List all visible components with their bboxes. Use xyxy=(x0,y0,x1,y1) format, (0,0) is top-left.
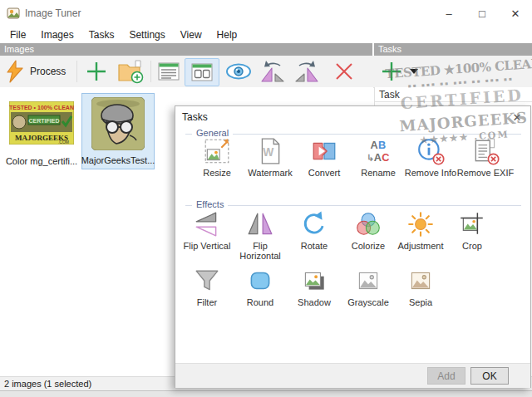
certified-banner-thumbnail: TESTED • 100% CLEAN CERTIFIED MAJORGEEKS… xyxy=(9,101,74,145)
crop-icon xyxy=(458,210,486,238)
svg-text:B: B xyxy=(378,139,386,151)
task-item-adjustment[interactable]: Adjustment xyxy=(394,210,447,251)
maximize-button[interactable]: □ xyxy=(466,0,499,27)
thumbnail-label: MajorGeeksTest... xyxy=(81,155,155,165)
task-item-crop[interactable]: Crop xyxy=(446,210,499,251)
images-panel-header: Images xyxy=(0,43,372,56)
remove-image-button[interactable] xyxy=(329,58,359,85)
menu-help[interactable]: Help xyxy=(209,27,245,42)
round-corners-icon xyxy=(246,267,274,295)
add-folder-button[interactable] xyxy=(115,58,146,85)
menu-view[interactable]: View xyxy=(173,27,209,42)
task-item-round[interactable]: Round xyxy=(234,267,287,307)
svg-text:.COM: .COM xyxy=(58,140,69,145)
close-button[interactable]: ✕ xyxy=(499,0,532,27)
details-view-button[interactable] xyxy=(155,58,183,85)
ok-button[interactable]: OK xyxy=(470,367,509,385)
plus-icon xyxy=(380,60,403,83)
task-item-remove-exif[interactable]: Remove EXIF xyxy=(459,137,512,178)
thumbnail-view-button[interactable] xyxy=(185,58,219,86)
majorgeeks-mascot-thumbnail xyxy=(91,97,145,150)
task-item-colorize[interactable]: Colorize xyxy=(342,210,395,251)
convert-icon xyxy=(310,137,338,165)
main-toolbar: Process xyxy=(0,56,532,88)
rename-icon: AB↳AC xyxy=(364,137,392,165)
remove-exif-icon xyxy=(471,137,500,165)
svg-text:A: A xyxy=(374,151,382,164)
dialog-close-button[interactable]: ✕ xyxy=(510,110,525,125)
thumbnail-label: Color mg_certifi... xyxy=(6,156,77,166)
add-task-button[interactable] xyxy=(377,58,406,85)
lightning-icon xyxy=(5,60,25,83)
title-bar: Image Tuner – □ ✕ xyxy=(0,0,532,27)
grayscale-icon xyxy=(354,267,382,295)
process-button-label: Process xyxy=(30,66,66,77)
window-bottom-edge xyxy=(0,390,532,397)
toolbar-separator xyxy=(76,61,77,82)
flip-horizontal-icon xyxy=(246,210,274,238)
svg-text:CERTIFIED: CERTIFIED xyxy=(29,118,60,124)
task-item-grayscale[interactable]: Grayscale xyxy=(342,267,395,307)
image-thumbnail-1[interactable]: TESTED • 100% CLEAN CERTIFIED MAJORGEEKS… xyxy=(5,93,78,169)
svg-text:W: W xyxy=(263,145,274,159)
menu-tasks[interactable]: Tasks xyxy=(81,27,122,42)
watermark-icon: W xyxy=(256,137,284,165)
flip-vertical-icon xyxy=(193,210,221,238)
menu-images[interactable]: Images xyxy=(33,27,81,42)
list-view-icon xyxy=(156,60,181,83)
tasks-dialog: Tasks ✕ General Resize W Watermark Conve… xyxy=(175,105,531,388)
rotate-right-icon xyxy=(292,59,320,84)
task-item-filter[interactable]: Filter xyxy=(180,267,234,307)
eye-icon xyxy=(224,61,253,82)
rotate-right-button[interactable] xyxy=(290,58,322,85)
minimize-button[interactable]: – xyxy=(432,0,466,27)
add-button-disabled[interactable]: Add xyxy=(427,367,466,385)
task-item-resize[interactable]: Resize xyxy=(190,137,244,178)
task-item-shadow[interactable]: Shadow xyxy=(288,267,341,307)
task-item-remove-info[interactable]: Remove Info xyxy=(404,137,457,178)
process-button[interactable]: Process xyxy=(5,58,66,85)
svg-text:C: C xyxy=(382,151,389,164)
add-task-dropdown[interactable] xyxy=(407,58,421,85)
add-images-button[interactable] xyxy=(82,58,111,85)
red-x-icon xyxy=(332,60,356,83)
task-column-header: Task xyxy=(375,87,532,102)
sepia-icon xyxy=(406,267,435,295)
tasks-panel-header: Tasks xyxy=(374,43,532,56)
menu-file[interactable]: File xyxy=(2,27,33,42)
image-thumbnail-2-selected[interactable]: MajorGeeksTest... xyxy=(81,93,155,169)
toolbar-separator xyxy=(150,61,151,82)
svg-text:TESTED • 100% CLEAN: TESTED • 100% CLEAN xyxy=(9,105,74,110)
task-item-flip-vertical[interactable]: Flip Vertical xyxy=(180,210,234,251)
dialog-footer: Add OK xyxy=(175,363,530,388)
effects-group-label: Effects xyxy=(192,199,228,209)
colorize-icon xyxy=(354,210,382,238)
remove-info-icon xyxy=(416,137,445,165)
task-item-watermark[interactable]: W Watermark xyxy=(244,137,297,178)
menu-bar: File Images Tasks Settings View Help xyxy=(0,27,532,43)
task-item-rename[interactable]: AB↳AC Rename xyxy=(352,137,405,178)
task-item-convert[interactable]: Convert xyxy=(298,137,351,178)
chevron-down-icon xyxy=(410,69,418,74)
task-item-rotate[interactable]: Rotate xyxy=(288,210,341,251)
task-item-flip-horizontal[interactable]: Flip Horizontal xyxy=(234,210,287,261)
folder-plus-icon xyxy=(117,59,144,84)
task-item-sepia[interactable]: Sepia xyxy=(394,267,447,307)
preview-button[interactable] xyxy=(223,58,254,85)
image-tuner-window: Image Tuner – □ ✕ File Images Tasks Sett… xyxy=(0,0,532,397)
menu-settings[interactable]: Settings xyxy=(121,27,172,42)
rotate-icon xyxy=(300,210,328,238)
rotate-left-button[interactable] xyxy=(258,58,289,85)
shadow-icon xyxy=(300,267,328,295)
window-title: Image Tuner xyxy=(25,7,81,19)
filter-funnel-icon xyxy=(193,267,221,295)
svg-text:A: A xyxy=(370,139,377,151)
adjustment-sun-icon xyxy=(406,210,435,238)
plus-icon xyxy=(85,60,108,83)
app-icon xyxy=(7,7,20,20)
rotate-left-icon xyxy=(259,59,288,84)
resize-icon xyxy=(203,137,231,165)
thumbnail-view-icon xyxy=(190,61,214,84)
dialog-title: Tasks xyxy=(182,111,208,123)
